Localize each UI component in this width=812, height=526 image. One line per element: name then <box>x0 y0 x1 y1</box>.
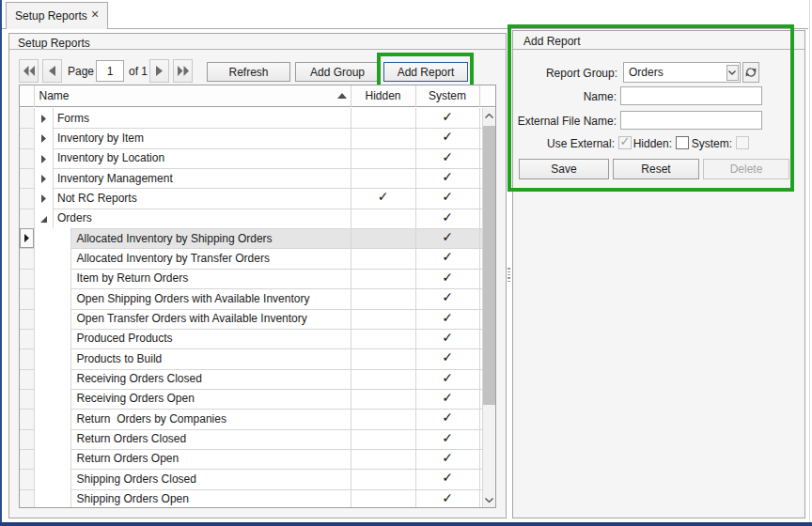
name-input[interactable] <box>620 86 762 105</box>
column-header-system[interactable]: System <box>415 89 479 102</box>
row-name: Inventory Management <box>57 172 173 185</box>
grid-row[interactable]: Shipping Orders Closed✓ <box>20 469 483 488</box>
row-name: Receiving Orders Closed <box>77 372 202 385</box>
name-column-line <box>351 108 351 508</box>
grid-row[interactable]: Return Orders Open✓ <box>20 449 483 469</box>
first-page-button[interactable] <box>19 59 39 83</box>
current-row-indicator <box>20 228 35 248</box>
row-name: Products to Build <box>77 352 163 365</box>
expand-collapsed-icon[interactable] <box>41 134 46 143</box>
system-check-icon: ✓ <box>416 470 479 485</box>
tab-label: Setup Reports <box>15 9 87 23</box>
grid-line <box>20 188 35 189</box>
add-report-panel-separator <box>513 49 805 50</box>
system-check-icon: ✓ <box>416 370 479 385</box>
system-check-icon: ✓ <box>416 450 479 465</box>
reset-button[interactable]: Reset <box>613 159 699 179</box>
delete-button[interactable]: Delete <box>703 159 789 179</box>
refresh-button[interactable]: Refresh <box>207 62 290 82</box>
scrollbar-thumb[interactable] <box>483 126 495 405</box>
grid-row[interactable]: Inventory by Item✓ <box>20 128 483 147</box>
next-page-button[interactable] <box>149 59 169 83</box>
add-report-button[interactable]: Add Report <box>383 62 468 82</box>
system-check-icon: ✓ <box>416 349 479 364</box>
system-check-icon: ✓ <box>416 430 479 445</box>
scroll-down-button[interactable] <box>483 492 495 508</box>
row-name: Orders <box>57 211 92 224</box>
system-check-icon: ✓ <box>416 149 479 164</box>
grid-row[interactable]: Receiving Orders Open✓ <box>20 389 483 409</box>
sort-ascending-icon <box>337 93 347 99</box>
expand-collapsed-icon[interactable] <box>41 194 46 203</box>
row-name: Open Transfer Orders with Available Inve… <box>77 312 307 325</box>
window-frame-right <box>809 0 810 522</box>
system-check-icon: ✓ <box>416 129 479 144</box>
grid-row[interactable]: Return Orders by Companies✓ <box>20 409 483 428</box>
expand-expanded-icon[interactable] <box>40 216 47 223</box>
save-button[interactable]: Save <box>519 159 609 179</box>
grid-line <box>20 128 35 129</box>
grid-line <box>20 168 35 169</box>
system-checkbox[interactable] <box>736 136 749 149</box>
expand-collapsed-icon[interactable] <box>41 175 46 183</box>
grid-row[interactable]: Open Transfer Orders with Available Inve… <box>20 309 483 329</box>
system-column-line <box>479 108 480 508</box>
last-page-icon <box>178 66 189 76</box>
grid-line <box>20 209 35 209</box>
report-group-combobox[interactable]: Orders <box>623 62 741 83</box>
grid-row[interactable]: Not RC Reports✓✓ <box>20 188 483 208</box>
grid-line <box>20 248 35 249</box>
refresh-report-groups-button[interactable] <box>742 62 759 83</box>
system-check-icon: ✓ <box>416 189 479 204</box>
grid-row[interactable]: Products to Build✓ <box>20 348 483 368</box>
grid-body: Forms✓Inventory by Item✓Inventory by Loc… <box>20 108 496 508</box>
page-label: Page <box>68 65 94 78</box>
grid-header: Name Hidden System <box>20 85 496 107</box>
row-name: Shipping Orders Closed <box>77 472 196 486</box>
page-number-input[interactable] <box>96 60 124 82</box>
expand-collapsed-icon[interactable] <box>41 155 46 163</box>
tab-setup-reports[interactable]: Setup Reports × <box>6 2 108 29</box>
grid-row[interactable]: Forms✓ <box>20 108 483 128</box>
expand-collapsed-icon[interactable] <box>41 115 46 123</box>
system-check-icon: ✓ <box>416 109 479 124</box>
grid-row[interactable]: Open Shipping Orders with Available Inve… <box>20 288 483 308</box>
tab-close-icon[interactable]: × <box>91 8 99 21</box>
scroll-up-button[interactable] <box>483 108 495 124</box>
external-file-name-label: External File Name: <box>512 115 617 128</box>
gutter-column-line <box>34 108 35 508</box>
add-group-button[interactable]: Add Group <box>295 62 380 82</box>
grid-row[interactable]: Item by Return Orders✓ <box>20 269 483 288</box>
add-report-panel-title: Add Report <box>523 35 581 48</box>
system-check-icon: ✓ <box>416 310 479 325</box>
grid-line <box>20 409 35 410</box>
hidden-column-line <box>415 108 416 508</box>
previous-page-button[interactable] <box>42 59 62 83</box>
panel-splitter-handle[interactable] <box>508 268 510 283</box>
grid-row[interactable]: Shipping Orders Open✓ <box>20 489 483 508</box>
grid-row[interactable]: Produced Products✓ <box>20 329 483 348</box>
column-header-hidden[interactable]: Hidden <box>351 89 415 102</box>
window-frame-left <box>0 0 2 526</box>
external-file-name-input[interactable] <box>620 111 762 131</box>
chevron-down-icon <box>728 70 736 75</box>
grid-line <box>20 329 35 330</box>
grid-row[interactable]: Allocated Inventory by Shipping Orders✓ <box>20 228 483 248</box>
grid-row[interactable]: Receiving Orders Closed✓ <box>20 369 483 389</box>
grid-row[interactable]: Allocated Inventory by Transfer Orders✓ <box>20 248 483 268</box>
report-group-value: Orders <box>629 66 664 79</box>
grid-row[interactable]: Inventory by Location✓ <box>20 148 483 168</box>
combobox-dropdown-button[interactable] <box>726 65 739 81</box>
hidden-check-icon: ✓ <box>351 189 415 204</box>
system-check-icon: ✓ <box>416 410 479 425</box>
vertical-scrollbar[interactable] <box>482 108 495 508</box>
grid-row[interactable]: Return Orders Closed✓ <box>20 429 483 449</box>
system-check-icon: ✓ <box>416 270 479 285</box>
setup-reports-panel-separator <box>9 49 506 50</box>
system-check-icon: ✓ <box>416 169 479 184</box>
system-check-icon: ✓ <box>416 490 479 505</box>
grid-row[interactable]: Inventory Management✓ <box>20 168 483 188</box>
last-page-button[interactable] <box>173 59 193 83</box>
column-header-name[interactable]: Name <box>39 89 70 102</box>
grid-row[interactable]: Orders✓ <box>20 209 483 228</box>
